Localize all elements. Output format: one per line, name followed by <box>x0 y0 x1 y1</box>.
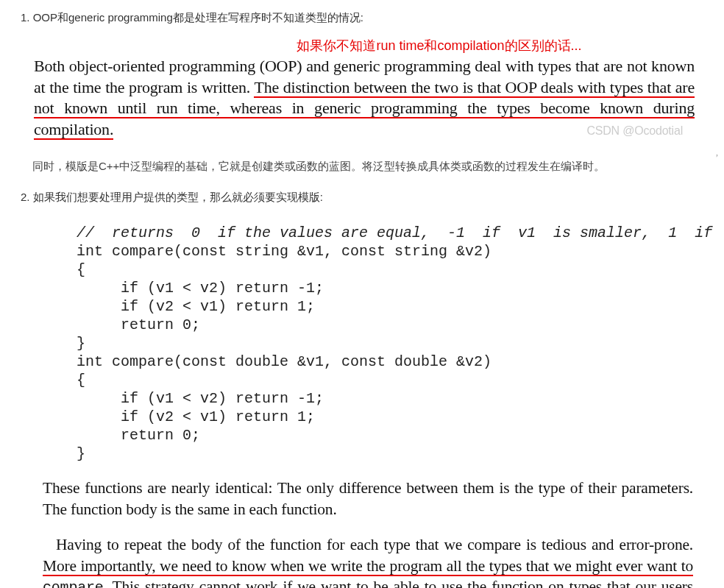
book-excerpt-1: Both object-oriented programming (OOP) a… <box>0 54 724 140</box>
code-line: { <box>77 261 85 278</box>
code-line: } <box>77 445 85 462</box>
book-paragraph-2: These functions are nearly identical: Th… <box>0 463 724 520</box>
para3-code-word: compare <box>43 579 104 588</box>
code-comment: // returns 0 if the values are equal, -1… <box>77 224 724 241</box>
code-line: int compare(const double &v1, const doub… <box>77 353 491 370</box>
list-number-2: 2. <box>21 191 30 203</box>
code-line: if (v1 < v2) return -1; <box>77 280 324 297</box>
code-line: int compare(const string &v1, const stri… <box>77 243 491 260</box>
code-line: } <box>77 335 85 352</box>
code-line: return 0; <box>77 427 200 444</box>
code-line: if (v2 < v1) return 1; <box>77 408 315 425</box>
list-item-2: 2. 如果我们想要处理用户提供的类型，那么就必须要实现模版: <box>0 175 724 206</box>
para3-underline-a: More importantly, we need to know when w… <box>43 557 693 576</box>
para3-underline-b: . This strategy cannot work if we want t… <box>43 578 693 588</box>
code-line: if (v1 < v2) return -1; <box>77 390 324 407</box>
list-item-1: 1. OOP和generic programming都是处理在写程序时不知道类型… <box>0 7 724 26</box>
code-block: // returns 0 if the values are equal, -1… <box>0 206 724 463</box>
code-line: return 0; <box>77 316 200 333</box>
code-line: { <box>77 372 85 389</box>
code-line: if (v2 < v1) return 1; <box>77 298 315 315</box>
csdn-watermark: CSDN @Ocodotial <box>586 124 683 139</box>
note-mid-text: 同时，模版是C++中泛型编程的基础，它就是创建类或函数的蓝图。将泛型转换成具体类… <box>0 140 724 175</box>
list-text-2: 如果我们想要处理用户提供的类型，那么就必须要实现模版: <box>30 191 323 203</box>
para3-plain: Having to repeat the body of the functio… <box>56 536 693 553</box>
list-number-1: 1. <box>21 11 30 24</box>
stray-quote: , <box>716 147 718 158</box>
book-paragraph-3: Having to repeat the body of the functio… <box>0 520 724 588</box>
red-hint-text: 如果你不知道run time和compilation的区别的话... <box>0 37 724 54</box>
list-text-1: OOP和generic programming都是处理在写程序时不知道类型的情况… <box>30 11 363 24</box>
